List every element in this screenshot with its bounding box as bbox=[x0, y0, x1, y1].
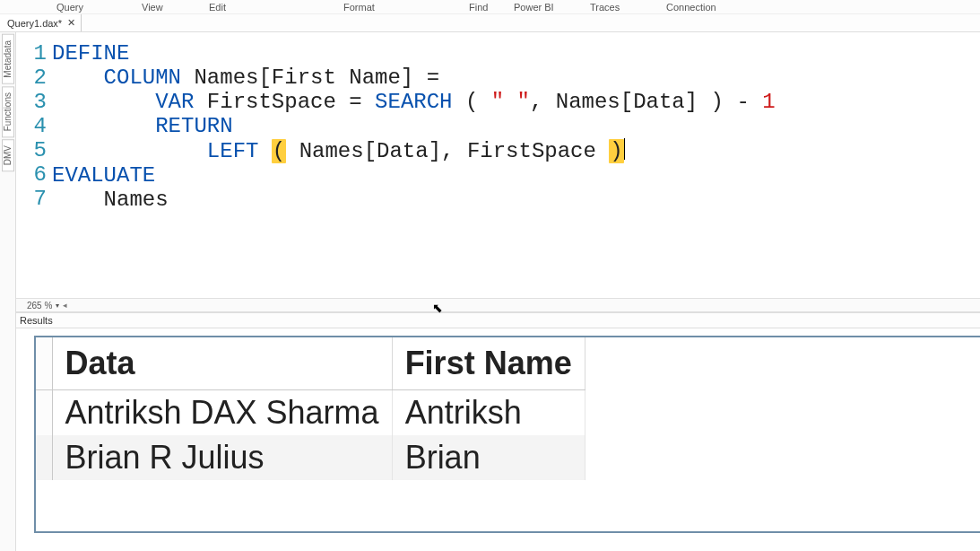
side-tab-strip: Metadata Functions DMV bbox=[0, 32, 16, 551]
main-area: Metadata Functions DMV 1 2 3 4 5 6 7 DEF… bbox=[0, 32, 980, 551]
table-row[interactable]: Brian R Julius Brian bbox=[36, 435, 585, 480]
table-row[interactable]: Antriksh DAX Sharma Antriksh bbox=[36, 390, 585, 436]
cell[interactable]: Antriksh bbox=[392, 390, 585, 436]
zoom-value[interactable]: 265 % bbox=[27, 301, 52, 310]
row-header[interactable] bbox=[36, 390, 52, 436]
menu-find[interactable]: Find bbox=[462, 2, 495, 13]
document-tab[interactable]: Query1.dax* ✕ bbox=[0, 14, 82, 31]
column-header-firstname[interactable]: First Name bbox=[392, 337, 585, 390]
results-grid[interactable]: Data First Name Antriksh DAX Sharma Antr… bbox=[36, 337, 585, 480]
zoom-bar: 265 % ▾ ◂ bbox=[16, 298, 980, 312]
menu-powerbi[interactable]: Power BI bbox=[507, 2, 561, 13]
text-caret bbox=[624, 138, 625, 160]
open-paren-highlight: ( bbox=[272, 139, 286, 163]
cell[interactable]: Brian R Julius bbox=[52, 435, 392, 480]
row-header[interactable] bbox=[36, 435, 52, 480]
editor-region: 1 2 3 4 5 6 7 DEFINE COLUMN Names[First … bbox=[16, 32, 980, 551]
close-paren-highlight: ) bbox=[609, 139, 623, 163]
document-tab-label: Query1.dax* bbox=[7, 18, 62, 29]
menu-traces[interactable]: Traces bbox=[583, 2, 627, 13]
results-grid-wrap: Data First Name Antriksh DAX Sharma Antr… bbox=[34, 336, 980, 533]
menu-view[interactable]: View bbox=[134, 2, 170, 13]
cell[interactable]: Brian bbox=[392, 435, 585, 480]
menu-format[interactable]: Format bbox=[336, 2, 382, 13]
sidetab-metadata[interactable]: Metadata bbox=[2, 34, 14, 84]
cell[interactable]: Antriksh DAX Sharma bbox=[52, 390, 392, 436]
document-tab-row: Query1.dax* ✕ bbox=[0, 14, 980, 32]
row-header-corner bbox=[36, 337, 52, 390]
table-header-row: Data First Name bbox=[36, 337, 585, 390]
close-icon[interactable]: ✕ bbox=[67, 17, 75, 29]
menu-connection[interactable]: Connection bbox=[659, 2, 724, 13]
column-header-data[interactable]: Data bbox=[52, 337, 392, 390]
zoom-dropdown-icon[interactable]: ▾ bbox=[56, 302, 59, 310]
code-editor[interactable]: 1 2 3 4 5 6 7 DEFINE COLUMN Names[First … bbox=[16, 32, 980, 298]
sidetab-dmv[interactable]: DMV bbox=[2, 139, 14, 171]
sidetab-functions[interactable]: Functions bbox=[2, 86, 14, 137]
menu-bar: Query View Edit Format Find Power BI Tra… bbox=[0, 0, 980, 14]
results-panel: Data First Name Antriksh DAX Sharma Antr… bbox=[16, 328, 980, 551]
line-number-gutter: 1 2 3 4 5 6 7 bbox=[16, 32, 52, 298]
menu-edit[interactable]: Edit bbox=[202, 2, 233, 13]
scroll-left-icon[interactable]: ◂ bbox=[63, 301, 67, 310]
code-content[interactable]: DEFINE COLUMN Names[First Name] = VAR Fi… bbox=[52, 32, 980, 298]
menu-query[interactable]: Query bbox=[49, 2, 91, 13]
results-panel-label: Results bbox=[16, 312, 980, 328]
